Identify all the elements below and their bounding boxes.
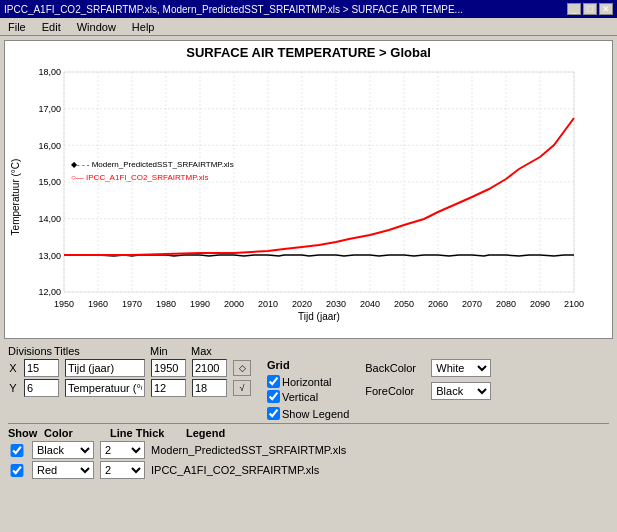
legend-col-label: Legend <box>186 427 225 439</box>
svg-text:1990: 1990 <box>190 299 210 309</box>
svg-text:Tijd (jaar): Tijd (jaar) <box>298 311 340 322</box>
legend-color-1-select[interactable]: Black Red <box>32 441 94 459</box>
svg-text:2020: 2020 <box>292 299 312 309</box>
svg-text:17,00: 17,00 <box>38 104 61 114</box>
y-divisions-input[interactable] <box>24 379 59 397</box>
horizontal-grid-checkbox[interactable] <box>267 375 280 388</box>
svg-text:12,00: 12,00 <box>38 287 61 297</box>
menu-file[interactable]: File <box>4 20 30 34</box>
color-col-label: Color <box>44 427 104 439</box>
show-legend-checkbox[interactable] <box>267 407 280 420</box>
grid-section: Grid Horizontal Vertical Show Legend <box>267 359 349 420</box>
menu-bar: File Edit Window Help <box>0 18 617 36</box>
max-label: Max <box>191 345 226 357</box>
vertical-grid-group: Vertical <box>267 390 349 403</box>
horizontal-grid-group: Horizontal <box>267 375 349 388</box>
svg-text:2080: 2080 <box>496 299 516 309</box>
x-min-input[interactable] <box>151 359 186 377</box>
svg-text:1970: 1970 <box>122 299 142 309</box>
backcolor-label: BackColor <box>365 362 427 374</box>
backcolor-select[interactable]: White Black <box>431 359 491 377</box>
menu-window[interactable]: Window <box>73 20 120 34</box>
chart-title: SURFACE AIR TEMPERATURE > Global <box>9 45 608 60</box>
legend-thick-2-select[interactable]: 2 1 3 <box>100 461 145 479</box>
forecolor-select[interactable]: Black White <box>431 382 491 400</box>
legend-show-1-checkbox[interactable] <box>8 444 26 457</box>
svg-text:2090: 2090 <box>530 299 550 309</box>
menu-help[interactable]: Help <box>128 20 159 34</box>
svg-text:15,00: 15,00 <box>38 177 61 187</box>
legend-row-2: Red Black 2 1 3 IPCC_A1FI_CO2_SRFAIRTMP.… <box>8 461 609 479</box>
maximize-button[interactable]: □ <box>583 3 597 15</box>
show-col-label: Show <box>8 427 38 439</box>
title-bar: IPCC_A1FI_CO2_SRFAIRTMP.xls, Modern_Pred… <box>0 0 617 18</box>
legend-show-2-checkbox[interactable] <box>8 464 26 477</box>
svg-text:◆- - - Modern_PredictedSST_SRF: ◆- - - Modern_PredictedSST_SRFAIRTMP.xls <box>71 160 234 169</box>
svg-text:1980: 1980 <box>156 299 176 309</box>
legend-thick-1-select[interactable]: 2 1 3 <box>100 441 145 459</box>
min-label: Min <box>150 345 185 357</box>
vertical-grid-checkbox[interactable] <box>267 390 280 403</box>
x-divisions-input[interactable] <box>24 359 59 377</box>
svg-text:13,00: 13,00 <box>38 251 61 261</box>
y-max-up-button[interactable]: √ <box>233 380 251 396</box>
svg-text:2100: 2100 <box>564 299 584 309</box>
show-legend-label: Show Legend <box>282 408 349 420</box>
controls-area: Divisions Titles Min Max X ◇ Y <box>4 343 613 483</box>
minimize-button[interactable]: _ <box>567 3 581 15</box>
horizontal-grid-label: Horizontal <box>282 376 332 388</box>
chart-wrapper: Temperatuur (°C) <box>9 62 608 334</box>
y-label: Y <box>8 382 18 394</box>
legend-color-2-select[interactable]: Red Black <box>32 461 94 479</box>
show-legend-group: Show Legend <box>267 407 349 420</box>
svg-text:2040: 2040 <box>360 299 380 309</box>
color-section: BackColor White Black ForeColor Black Wh… <box>365 359 491 400</box>
y-min-input[interactable] <box>151 379 186 397</box>
axis-controls: Divisions Titles Min Max X ◇ Y <box>8 345 251 397</box>
x-max-up-button[interactable]: ◇ <box>233 360 251 376</box>
forecolor-label: ForeColor <box>365 385 427 397</box>
svg-text:18,00: 18,00 <box>38 67 61 77</box>
legend-row-1: Black Red 2 1 3 Modern_PredictedSST_SRFA… <box>8 441 609 459</box>
svg-text:16,00: 16,00 <box>38 141 61 151</box>
chart-svg: Temperatuur (°C) <box>9 62 599 332</box>
x-title-input[interactable] <box>65 359 145 377</box>
grid-label: Grid <box>267 359 349 371</box>
x-max-input[interactable] <box>192 359 227 377</box>
linethick-col-label: Line Thick <box>110 427 180 439</box>
chart-container: SURFACE AIR TEMPERATURE > Global Tempera… <box>4 40 613 339</box>
title-bar-buttons: _ □ ✕ <box>567 3 613 15</box>
svg-text:2060: 2060 <box>428 299 448 309</box>
main-content: SURFACE AIR TEMPERATURE > Global Tempera… <box>0 36 617 487</box>
svg-text:2070: 2070 <box>462 299 482 309</box>
menu-edit[interactable]: Edit <box>38 20 65 34</box>
svg-text:1960: 1960 <box>88 299 108 309</box>
svg-text:○— IPCC_A1FI_CO2_SRFAIRTMP.xls: ○— IPCC_A1FI_CO2_SRFAIRTMP.xls <box>71 173 208 182</box>
svg-text:1950: 1950 <box>54 299 74 309</box>
legend-text-1: Modern_PredictedSST_SRFAIRTMP.xls <box>151 444 609 456</box>
svg-text:2010: 2010 <box>258 299 278 309</box>
svg-text:2030: 2030 <box>326 299 346 309</box>
x-label: X <box>8 362 18 374</box>
divider <box>8 423 609 424</box>
titles-label: Titles <box>54 345 144 357</box>
close-button[interactable]: ✕ <box>599 3 613 15</box>
svg-text:2000: 2000 <box>224 299 244 309</box>
y-axis-label: Temperatuur (°C) <box>10 159 21 236</box>
svg-text:14,00: 14,00 <box>38 214 61 224</box>
y-max-input[interactable] <box>192 379 227 397</box>
y-title-input[interactable] <box>65 379 145 397</box>
divisions-label: Divisions <box>8 345 48 357</box>
title-bar-text: IPCC_A1FI_CO2_SRFAIRTMP.xls, Modern_Pred… <box>4 4 463 15</box>
vertical-grid-label: Vertical <box>282 391 318 403</box>
legend-text-2: IPCC_A1FI_CO2_SRFAIRTMP.xls <box>151 464 609 476</box>
svg-text:2050: 2050 <box>394 299 414 309</box>
